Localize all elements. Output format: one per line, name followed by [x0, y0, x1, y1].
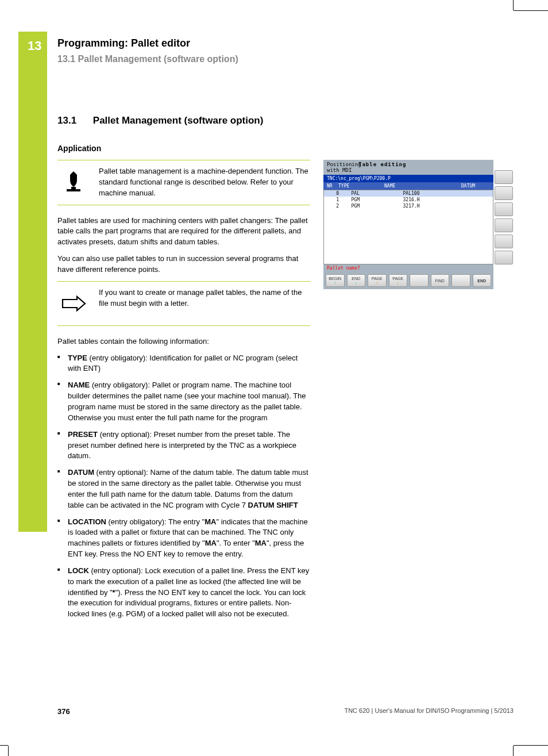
- list-item: TYPE (entry obligatory): Identification …: [57, 353, 310, 375]
- side-btn: [495, 186, 513, 200]
- field-list: TYPE (entry obligatory): Identification …: [57, 353, 310, 620]
- subheading: Application: [57, 144, 310, 153]
- ss-top-bar: Positioning with MDI Table editing: [323, 160, 493, 175]
- footer-meta: TNC 620 | User's Manual for DIN/ISO Prog…: [344, 707, 514, 716]
- ss-mode: Positioning with MDI: [327, 162, 358, 173]
- softkey-find: FIND: [431, 274, 450, 287]
- manual-page: 13 Programming: Pallet editor 13.1 Palle…: [0, 0, 548, 756]
- screenshot-inset: Positioning with MDI Table editing TNC:\…: [323, 160, 493, 289]
- ss-prompt: Pallet name?: [323, 264, 493, 272]
- chapter-number: 13: [28, 39, 41, 53]
- list-item: LOCATION (entry obligatory): The entry "…: [57, 517, 310, 560]
- section-number: 13.1: [57, 115, 76, 126]
- crop-mark: [514, 745, 548, 746]
- paragraph: Pallet tables are used for machining cen…: [57, 216, 310, 248]
- list-item: LOCK (entry optional): Lock execution of…: [57, 566, 310, 620]
- page-number: 376: [57, 707, 70, 716]
- header-line1: Programming: Pallet editor: [57, 37, 238, 49]
- softkey-page: PAGE↑: [368, 274, 387, 287]
- softkey-blank: [410, 274, 429, 287]
- crop-mark: [513, 0, 514, 10]
- callout-text: If you want to create or manage pallet t…: [99, 287, 310, 309]
- callout-text: Pallet table management is a machine-dep…: [99, 166, 310, 199]
- arrow-right-icon: [57, 287, 90, 320]
- chapter-sidebar: [18, 32, 47, 532]
- side-btn: [495, 235, 513, 248]
- page-footer: 376 TNC 620 | User's Manual for DIN/ISO …: [57, 707, 514, 716]
- side-btn: [495, 202, 513, 216]
- ss-file-path: TNC:\nc_prog\PGM\P200.P: [323, 175, 493, 182]
- ss-title: Table editing: [358, 162, 406, 173]
- crop-mark: [514, 10, 548, 11]
- header-line2: 13.1 Pallet Management (software option): [57, 54, 238, 64]
- callout-note: If you want to create or manage pallet t…: [57, 281, 310, 326]
- side-btn: [495, 170, 513, 184]
- machine-icon: [57, 166, 90, 198]
- table-row: 0 PAL PAL100: [324, 190, 493, 197]
- paragraph: You can also use pallet tables to run in…: [57, 254, 310, 275]
- crop-mark: [513, 746, 514, 756]
- svg-rect-1: [71, 187, 76, 190]
- softkey-begin: BEGIN↑: [326, 274, 345, 287]
- section-title: 13.1 Pallet Management (software option): [57, 115, 310, 126]
- crop-mark: [0, 745, 8, 746]
- list-item: DATUM (entry optional): Name of the datu…: [57, 467, 310, 511]
- table-row: 2 PGM 3217.H: [324, 203, 493, 209]
- softkey-blank: [451, 274, 470, 287]
- softkey-end: END↓: [347, 274, 366, 287]
- callout-machine: Pallet table management is a machine-dep…: [57, 160, 310, 205]
- paragraph: Pallet tables contain the following info…: [57, 336, 310, 347]
- table-row: 1 PGM 3216.H: [324, 197, 493, 203]
- softkey-page: PAGE↓: [389, 274, 408, 287]
- page-header: Programming: Pallet editor 13.1 Pallet M…: [57, 37, 238, 64]
- section-text: Pallet Management (software option): [93, 115, 264, 126]
- side-btn: [495, 218, 513, 232]
- crop-mark: [8, 746, 9, 756]
- ss-side-buttons: [495, 170, 514, 264]
- side-btn: [495, 251, 513, 264]
- softkey-end: END: [473, 274, 492, 287]
- ss-table-body: 0 PAL PAL100 1 PGM 3216.H 2 PGM 3217.H: [323, 190, 493, 264]
- ss-softkey-bar: BEGIN↑ END↓ PAGE↑ PAGE↓ FIND END: [323, 272, 493, 289]
- main-content: 13.1 Pallet Management (software option)…: [57, 115, 310, 625]
- list-item: PRESET (entry optional): Preset number f…: [57, 429, 310, 462]
- list-item: NAME (entry obligatory): Pallet or progr…: [57, 380, 310, 423]
- ss-col-headers: NR TYPE NAME DATUM: [323, 182, 493, 190]
